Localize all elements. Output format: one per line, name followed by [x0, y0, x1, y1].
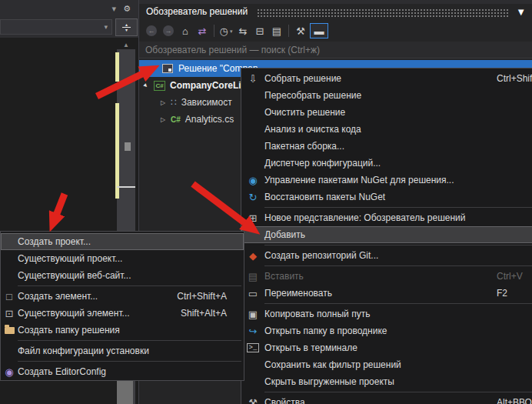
panel-title: Обозреватель решений	[141, 6, 252, 17]
submenu-item[interactable]: ◉Создать EditorConfig	[1, 363, 244, 380]
expand-chevron-icon[interactable]: ▷	[158, 116, 168, 123]
menu-icon-column: ▭	[241, 289, 264, 299]
menu-item-label: Копировать полный путь	[264, 309, 370, 319]
solution-context-menu: ⇩Собрать решениеCtrl+Shift+BПересобрать …	[241, 68, 532, 404]
menu-icon-column: ↻	[241, 192, 264, 202]
menu-item-label: Сохранить как фильтр решений	[264, 359, 401, 370]
solution-explorer-toolbar: ←→⌂⇄◷▾⇆⊟▤⚒▬	[141, 21, 532, 41]
menu-item-label: Управление пакетами NuGet для решения...	[264, 175, 454, 185]
copy-path-icon: ▣	[248, 309, 258, 319]
scrollbar-up-button[interactable]: ▲	[118, 40, 135, 49]
forward-button[interactable]: →	[161, 23, 176, 38]
submenu-item[interactable]: Существующий проект...	[1, 250, 244, 267]
context-menu-item[interactable]: ▣Копировать полный путь	[241, 306, 532, 322]
menu-item-new-project[interactable]: Создать проект...	[1, 233, 244, 250]
preview-selected-icon: ▬	[314, 26, 324, 36]
nuget-restore-icon: ↻	[249, 192, 258, 202]
dependencies-icon: ∷	[171, 97, 177, 108]
preview-selected-button[interactable]: ▬	[310, 23, 328, 38]
context-menu-item[interactable]: ▭ПереименоватьF2	[241, 285, 532, 302]
terminal-icon: >_	[247, 343, 260, 352]
context-menu-item[interactable]: Пересобрать решение	[241, 87, 532, 104]
collapse-chevron-icon[interactable]: ▸	[140, 79, 152, 92]
context-menu-item[interactable]: ⚒СвойстваAlt+ВВОД	[241, 394, 532, 404]
menu-icon-column: ⊡	[1, 309, 18, 319]
context-menu-item[interactable]: Очистить решение	[241, 104, 532, 121]
visual-studio-window: ▾ ⚙ ▾ ▴▾ ▲ Обозреватель решений ▼ ←→⌂⇄◷▾…	[0, 0, 532, 404]
menu-icon-column: ⇩	[241, 74, 264, 84]
collapse-all-button[interactable]: ⊟	[252, 23, 268, 38]
menu-item-add[interactable]: Добавить	[241, 226, 532, 243]
menu-item-label: Очистить решение	[264, 107, 345, 118]
menu-icon-column: >_	[241, 343, 264, 352]
switch-views-button[interactable]: ⇆	[235, 23, 251, 38]
tree-item-label: Зависимост	[181, 97, 232, 108]
properties-toolbar-icon: ⚒	[296, 26, 305, 36]
context-menu-item[interactable]: ◉Управление пакетами NuGet для решения..…	[241, 172, 532, 189]
context-menu-item[interactable]: ▤ВставитьCtrl+V	[241, 268, 532, 285]
menu-icon-column: ⚒	[241, 398, 264, 404]
solution-search-input[interactable]: Обозреватель решений — поиск (Ctrl+ж)	[139, 42, 532, 58]
dropdown-caret-icon[interactable]: ▾	[112, 5, 117, 13]
menu-item-shortcut: Ctrl+Shift+A	[177, 291, 227, 302]
solution-explorer-header[interactable]: Обозреватель решений ▼	[141, 4, 532, 19]
menu-item-label: Создать папку решения	[18, 325, 120, 336]
menu-icon-column: ▣	[241, 309, 264, 319]
menu-icon-column: ▤	[241, 272, 264, 282]
pending-changes-icon: ◷▾	[220, 26, 233, 36]
toolbar-separator	[288, 25, 289, 37]
back-button[interactable]: ←	[144, 23, 159, 38]
context-menu-item[interactable]: Сохранить как фильтр решений	[241, 356, 532, 373]
git-icon: ◆	[249, 251, 257, 261]
build-icon: ⇩	[249, 74, 258, 84]
menu-item-label: Создать EditorConfig	[18, 366, 106, 377]
open-folder-icon: ↪	[249, 326, 258, 336]
menu-item-label: Собрать решение	[264, 73, 341, 84]
caret-position-marker	[117, 186, 135, 188]
split-editor-button[interactable]: ▴▾	[115, 18, 138, 36]
collapse-all-icon: ⊟	[256, 26, 264, 36]
expand-chevron-icon[interactable]: ▷	[158, 99, 168, 106]
menu-item-label: Пакетная сборка...	[264, 141, 344, 152]
new-folder-icon	[5, 327, 15, 334]
pending-changes-button[interactable]: ◷▾	[218, 23, 234, 38]
gear-icon[interactable]: ⚙	[123, 5, 131, 13]
existing-item-icon: ⊡	[5, 309, 14, 319]
window-position-caret-icon[interactable]: ▼	[516, 7, 526, 17]
editor-titlebar: ▾ ⚙	[0, 0, 138, 18]
scrollbar-thumb-ghost	[125, 142, 131, 151]
context-menu-item[interactable]: Скрыть выгруженные проекты	[241, 373, 532, 390]
context-menu-item[interactable]: >_Открыть в терминале	[241, 339, 532, 356]
navigation-dropdown[interactable]: ▾	[0, 19, 112, 35]
menu-item-shortcut: F2	[497, 288, 507, 299]
context-menu-item[interactable]: ↻Восстановить пакеты NuGet	[241, 189, 532, 205]
wrench-icon: ⚒	[248, 398, 258, 404]
menu-item-shortcut: Ctrl+Shift+B	[497, 73, 532, 84]
submenu-item[interactable]: Создать папку решения	[1, 322, 244, 339]
toolbar-separator	[214, 25, 214, 37]
context-menu-item[interactable]: ◆Создать репозиторий Git...	[241, 247, 532, 264]
menu-item-label: Скрыть выгруженные проекты	[264, 376, 394, 387]
menu-item-label: Восстановить пакеты NuGet	[264, 192, 385, 202]
menu-item-shortcut: Ctrl+V	[497, 271, 523, 282]
context-menu-item[interactable]: ↪Открыть папку в проводнике	[241, 322, 532, 339]
properties-toolbar-button[interactable]: ⚒	[293, 23, 308, 38]
context-menu-item[interactable]: Пакетная сборка...	[241, 138, 532, 155]
menu-item-build-solution[interactable]: ⇩Собрать решениеCtrl+Shift+B	[241, 70, 532, 87]
home-button[interactable]: ⌂	[178, 23, 193, 38]
menu-item-label: Переименовать	[264, 288, 332, 299]
menu-item-label: Файл конфигурации установки	[18, 346, 149, 356]
search-placeholder: Обозреватель решений — поиск (Ctrl+ж)	[145, 45, 320, 55]
submenu-item[interactable]: Существующий веб-сайт...	[1, 267, 244, 284]
context-menu-item[interactable]: Анализ и очистка кода	[241, 121, 532, 138]
submenu-item[interactable]: Файл конфигурации установки	[1, 342, 244, 359]
rename-icon: ▭	[248, 289, 258, 299]
sync-active-document-button[interactable]: ⇄	[195, 23, 210, 38]
switch-views-icon: ⇆	[239, 26, 248, 36]
menu-item-label: Открыть папку в проводнике	[264, 326, 387, 336]
submenu-item[interactable]: ⊡Существующий элемент...Shift+Alt+A	[1, 305, 244, 322]
context-menu-item[interactable]: ⊞Новое представление: Обозреватель решен…	[241, 209, 532, 226]
submenu-item[interactable]: □Создать элемент...Ctrl+Shift+A	[1, 288, 244, 305]
context-menu-item[interactable]: Диспетчер конфигураций...	[241, 155, 532, 172]
show-all-files-button[interactable]: ▤	[269, 23, 284, 38]
